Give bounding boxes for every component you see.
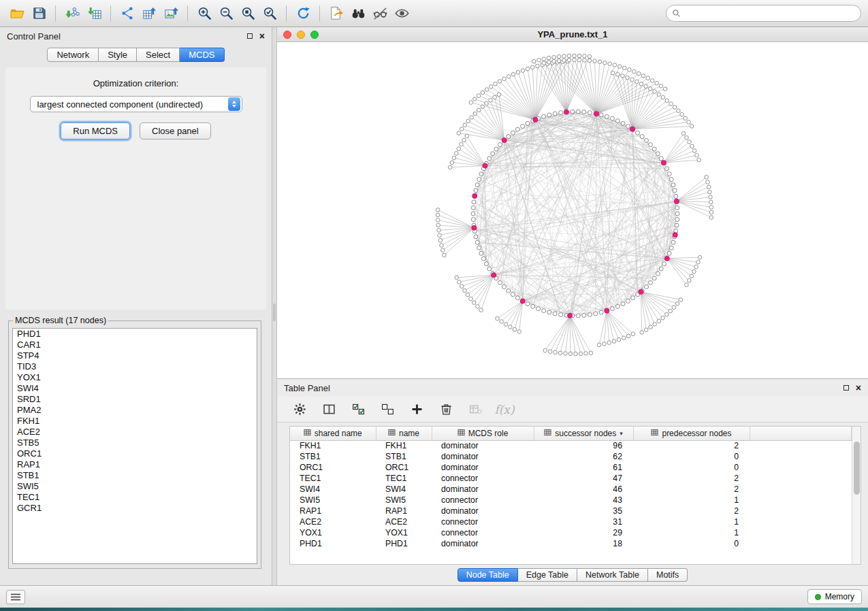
deselect-all-icon [381,402,395,416]
open-session-button[interactable] [7,3,27,24]
mcds-result-item[interactable]: ORC1 [13,448,257,459]
show-graphics-button[interactable] [391,3,412,24]
column-header[interactable]: name [376,427,432,440]
splitter-grip[interactable] [273,303,276,321]
zoom-out-button[interactable] [216,3,236,24]
save-icon [31,5,47,21]
close-panel-icon[interactable]: × [259,31,265,41]
desktop-background-strip [0,608,868,611]
column-header[interactable]: predecessor nodes [633,427,750,440]
table-row[interactable]: SWI4SWI4dominator462 [290,484,852,495]
tab-select[interactable]: Select [137,48,180,62]
table-settings-button[interactable] [291,401,308,418]
mcds-result-item[interactable]: SWI4 [13,383,257,394]
zoom-in-button[interactable] [194,3,214,24]
network-canvas[interactable] [277,42,868,378]
refresh-button[interactable] [293,3,313,24]
table-row[interactable]: SWI5SWI5connector431 [290,495,852,506]
table-row[interactable]: STB1STB1dominator620 [290,451,852,462]
vertical-splitter[interactable] [272,27,277,585]
show-columns-button[interactable] [320,401,338,418]
mcds-result-item[interactable]: CAR1 [13,340,257,350]
mcds-result-item[interactable]: FKH1 [13,416,257,427]
log-console-button[interactable] [6,590,25,604]
trash-icon [439,402,453,416]
table-row[interactable]: ACE2ACE2connector311 [290,516,852,527]
table-row[interactable]: TEC1TEC1connector472 [290,473,852,484]
table-panel: Table Panel × [277,379,868,585]
mcds-result-item[interactable]: TID3 [13,361,257,372]
mcds-result-item[interactable]: GCR1 [13,503,257,514]
import-network-icon [65,5,80,21]
column-header[interactable]: MCDS role [432,427,534,440]
mcds-result-item[interactable]: STB5 [13,437,257,448]
column-header[interactable]: successor nodes▾ [534,427,633,440]
import-network-button[interactable] [62,3,82,24]
tab-mcds[interactable]: MCDS [180,48,224,62]
toolbar-separator [319,5,320,22]
share-document-button[interactable] [326,3,347,24]
export-image-icon [163,5,179,21]
criterion-dropdown[interactable]: largest connected component (undirected) [30,96,242,112]
run-mcds-button[interactable]: Run MCDS [61,122,130,139]
search-network-button[interactable] [348,3,368,24]
table-row[interactable]: RAP1RAP1dominator352 [290,506,852,516]
float-panel-icon[interactable] [247,33,253,39]
control-panel-header: Control Panel × [0,27,272,45]
delete-table-icon [468,402,483,416]
binoculars-icon [351,5,366,21]
table-row[interactable]: PHD1PHD1dominator180 [290,538,852,549]
tab-network-table[interactable]: Network Table [577,568,648,582]
columns-icon [322,402,336,416]
toolbar-separator [187,5,188,22]
toolbar-separator [286,5,287,22]
toggle-visibility-button[interactable] [370,3,390,24]
memory-button[interactable]: Memory [807,589,862,604]
float-table-panel-icon[interactable] [843,385,849,391]
table-scrollbar-thumb[interactable] [854,442,860,495]
table-row[interactable]: YOX1YOX1connector291 [290,527,852,538]
tab-edge-table[interactable]: Edge Table [518,568,577,582]
tab-network[interactable]: Network [47,48,99,62]
column-header[interactable]: shared name [290,427,376,440]
export-table-button[interactable] [139,3,159,24]
search-input[interactable] [684,9,855,18]
network-window-titlebar: YPA_prune.txt_1 [277,27,868,42]
zoom-fit-button[interactable] [238,3,258,24]
status-bar: Memory [0,585,868,608]
mcds-result-item[interactable]: SRD1 [13,394,257,405]
zoom-selected-button[interactable] [259,3,280,24]
control-panel: Control Panel × Network Style Select MCD… [0,27,272,585]
close-panel-button[interactable]: Close panel [140,122,211,139]
save-session-button[interactable] [29,3,49,24]
deselect-all-button[interactable] [379,401,396,418]
mcds-result-item[interactable]: SWI5 [13,481,257,492]
mcds-result-item[interactable]: TEC1 [13,492,257,503]
tab-motifs[interactable]: Motifs [648,568,688,582]
export-network-button[interactable] [117,3,138,24]
table-scrollbar[interactable] [852,427,861,564]
close-table-panel-icon[interactable]: × [856,383,861,393]
delete-column-button[interactable] [437,401,455,418]
export-image-button[interactable] [161,3,181,24]
table-row[interactable]: FKH1FKH1dominator962 [290,440,852,451]
mcds-result-item[interactable]: PHD1 [13,329,257,340]
mcds-result-item[interactable]: RAP1 [13,459,257,470]
attribute-grid-icon [544,429,551,438]
select-all-button[interactable] [349,401,367,418]
mcds-result-item[interactable]: YOX1 [13,372,257,383]
dropdown-stepper-icon [228,97,240,111]
mcds-result-item[interactable]: STP4 [13,350,257,361]
tab-node-table[interactable]: Node Table [457,568,518,582]
mcds-result-list[interactable]: PHD1CAR1STP4TID3YOX1SWI4SRD1PMA2FKH1ACE2… [12,328,257,564]
table-row[interactable]: ORC1ORC1dominator610 [290,462,852,473]
tab-style[interactable]: Style [99,48,137,62]
import-table-button[interactable] [84,3,104,24]
search-box[interactable] [666,5,861,22]
add-column-button[interactable] [408,401,425,418]
delete-table-button-disabled [466,401,484,418]
network-graph [277,42,867,378]
mcds-result-item[interactable]: STB1 [13,470,257,481]
mcds-result-item[interactable]: ACE2 [13,427,257,437]
mcds-result-item[interactable]: PMA2 [13,405,257,416]
